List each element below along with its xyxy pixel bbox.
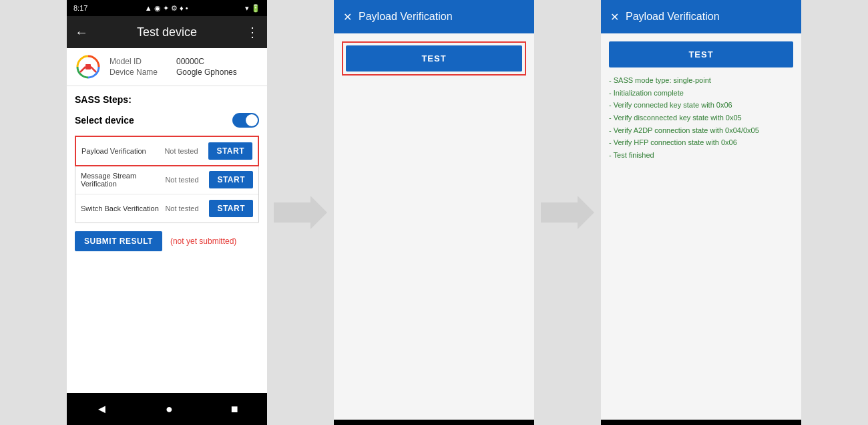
- result-item: - Verify HFP connection state with 0x06: [609, 136, 793, 149]
- step-name-switchback: Switch Back Verification: [81, 204, 161, 212]
- dialog-close-button-1[interactable]: ✕: [343, 11, 352, 23]
- step-name-payload: Payload Verification: [81, 147, 160, 155]
- start-btn-payload[interactable]: START: [208, 142, 252, 160]
- result-item: - Verify disconnected key state with 0x0…: [609, 112, 793, 124]
- dialog-bottom-bar-2: [601, 420, 801, 425]
- verification-results: - SASS mode type: single-point- Initiali…: [609, 74, 793, 162]
- result-item: - Test finished: [609, 149, 793, 162]
- dialog-screen-1: ✕ Payload Verification TEST: [334, 0, 534, 425]
- dialog-screen-2: ✕ Payload Verification TEST - SASS mode …: [601, 0, 801, 425]
- device-name-row: Device Name Google Gphones: [110, 67, 237, 77]
- step-name-message: Message Stream Verification: [81, 172, 161, 188]
- submit-result-button[interactable]: SUBMIT RESULT: [75, 231, 162, 251]
- result-item: - Verify A2DP connection state with 0x04…: [609, 124, 793, 137]
- test-button-2[interactable]: TEST: [609, 41, 793, 67]
- dialog-header-1: ✕ Payload Verification: [334, 0, 534, 33]
- phone-header: ← Test device ⋮: [67, 16, 267, 48]
- model-id-label: Model ID: [110, 57, 163, 66]
- dialog-title-1: Payload Verification: [359, 11, 453, 23]
- arrow-2-container: [534, 0, 601, 425]
- dialog-bottom-bar-1: [334, 420, 534, 425]
- nav-recents-button[interactable]: ■: [231, 402, 238, 416]
- arrow-1-container: [267, 0, 334, 425]
- select-device-row: Select device: [75, 110, 259, 133]
- dialog-content-1: TEST: [334, 33, 534, 420]
- submit-section: SUBMIT RESULT (not yet submitted): [67, 223, 267, 259]
- device-details: Model ID 00000C Device Name Google Gphon…: [110, 57, 237, 77]
- dialog-close-button-2[interactable]: ✕: [610, 11, 619, 23]
- step-row-switchback: Switch Back Verification Not tested STAR…: [75, 194, 258, 223]
- step-status-payload: Not tested: [164, 147, 204, 155]
- svg-marker-2: [541, 196, 594, 229]
- step-status-message: Not tested: [165, 176, 205, 184]
- start-btn-switchback[interactable]: START: [209, 200, 253, 217]
- signal-icons: ▾ 🔋: [245, 4, 260, 13]
- more-options-button[interactable]: ⋮: [246, 24, 259, 40]
- select-device-toggle[interactable]: [232, 113, 259, 128]
- device-logo-icon: [75, 53, 101, 80]
- start-btn-message[interactable]: START: [209, 171, 253, 188]
- sass-title: SASS Steps:: [75, 94, 259, 105]
- phone-screen: 8:17 ▲ ◉ ✦ ⚙ ♦ • ▾ 🔋 ← Test device ⋮ Mod…: [67, 0, 267, 425]
- submit-note: (not yet submitted): [170, 237, 236, 246]
- test-button-1[interactable]: TEST: [346, 45, 522, 72]
- dialog-header-2: ✕ Payload Verification: [601, 0, 801, 33]
- dialog-content-2: TEST - SASS mode type: single-point- Ini…: [601, 33, 801, 420]
- nav-back-button[interactable]: ◄: [95, 402, 107, 416]
- status-bar: 8:17 ▲ ◉ ✦ ⚙ ♦ • ▾ 🔋: [67, 0, 267, 16]
- nav-home-button[interactable]: ●: [166, 402, 173, 416]
- arrow-right-icon: [274, 196, 327, 229]
- arrow-right-icon-2: [541, 196, 594, 229]
- step-status-switchback: Not tested: [165, 204, 205, 212]
- test-btn-wrapper-1: TEST: [342, 41, 526, 76]
- result-item: - SASS mode type: single-point: [609, 74, 793, 87]
- phone-nav-bar: ◄ ● ■: [67, 393, 267, 425]
- device-info-section: Model ID 00000C Device Name Google Gphon…: [67, 48, 267, 86]
- result-item: - Verify connected key state with 0x06: [609, 99, 793, 112]
- sass-section: SASS Steps: Select device: [67, 86, 267, 136]
- page-title: Test device: [137, 25, 197, 39]
- step-row-message: Message Stream Verification Not tested S…: [75, 166, 258, 194]
- dialog-title-2: Payload Verification: [626, 11, 720, 23]
- device-name-value: Google Gphones: [176, 67, 237, 77]
- model-id-value: 00000C: [176, 57, 204, 66]
- time-label: 8:17: [73, 4, 87, 12]
- step-row-payload: Payload Verification Not tested START: [75, 136, 259, 166]
- status-icons: ▲ ◉ ✦ ⚙ ♦ •: [145, 4, 188, 13]
- svg-marker-1: [274, 196, 327, 229]
- device-name-label: Device Name: [110, 67, 163, 77]
- test-steps-list: Payload Verification Not tested START Me…: [75, 136, 259, 223]
- result-item: - Initialization complete: [609, 87, 793, 100]
- svg-rect-0: [85, 64, 91, 69]
- model-id-row: Model ID 00000C: [110, 57, 237, 66]
- select-device-label: Select device: [75, 115, 134, 126]
- back-button[interactable]: ←: [75, 25, 88, 40]
